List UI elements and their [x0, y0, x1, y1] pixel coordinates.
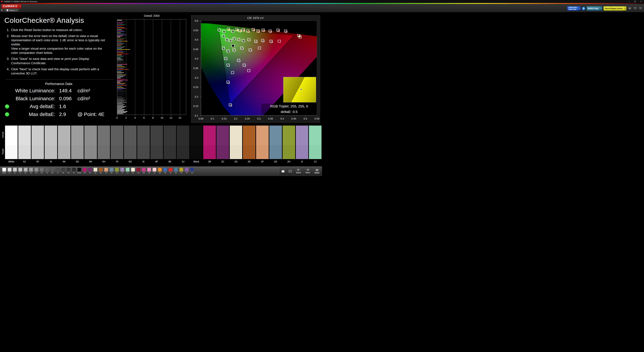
- deltae-error-bar[interactable]: [117, 52, 124, 53]
- deltae-error-bar[interactable]: [117, 104, 125, 104]
- deltae-error-bar[interactable]: [117, 108, 122, 109]
- patch-swatch-button[interactable]: 3D: [157, 167, 162, 174]
- deltae-error-bar[interactable]: [117, 48, 122, 49]
- deltae-error-bar[interactable]: [117, 32, 121, 33]
- deltae-error-bar[interactable]: [117, 74, 122, 74]
- deltae-error-bar[interactable]: [117, 91, 126, 92]
- deltae-error-bar[interactable]: [117, 78, 121, 78]
- patch-swatch-button[interactable]: 6K: [23, 167, 28, 174]
- deltae-error-bar[interactable]: [117, 70, 122, 71]
- tab-history-1[interactable]: History 1: [4, 8, 19, 12]
- deltae-error-bar[interactable]: [117, 84, 124, 84]
- patch-swatch-button[interactable]: 2G: [109, 167, 114, 174]
- patch-swatch-button[interactable]: 2F: [104, 167, 109, 174]
- deltae-error-bar[interactable]: [117, 50, 122, 51]
- patch-swatch-button[interactable]: 2J: [125, 167, 130, 174]
- deltae-error-bar[interactable]: [117, 39, 124, 39]
- deltae-error-bar[interactable]: [117, 90, 124, 91]
- patch-swatch-button[interactable]: 6I: [18, 167, 23, 174]
- deltae-error-bar[interactable]: [117, 111, 128, 112]
- deltae-error-bar[interactable]: [117, 82, 120, 82]
- deltae-error-bar[interactable]: [117, 33, 124, 34]
- patch-swatch-button[interactable]: 5I: [55, 167, 60, 174]
- deltae-error-bar[interactable]: [117, 31, 125, 32]
- deltae-error-bar[interactable]: [117, 112, 126, 113]
- deltae-error-bar[interactable]: [117, 58, 121, 58]
- patch-swatch-button[interactable]: 6H: [34, 167, 39, 174]
- deltae-error-bar[interactable]: [117, 24, 125, 25]
- layout-nav-button[interactable]: ▶: [1, 9, 4, 11]
- deltae-error-bar[interactable]: [117, 67, 126, 68]
- deltae-error-bar[interactable]: [117, 30, 123, 31]
- deltae-error-bar[interactable]: [117, 99, 123, 99]
- patch-swatch-button[interactable]: 2L: [136, 167, 141, 174]
- patch-swatch-button[interactable]: 2H: [114, 167, 120, 174]
- deltae-error-bar[interactable]: [117, 38, 126, 38]
- deltae-error-bar[interactable]: [117, 43, 124, 43]
- deltae-error-bar[interactable]: [117, 21, 126, 21]
- patch-swatch-button[interactable]: Black: [77, 167, 82, 174]
- deltae-error-bar[interactable]: [117, 42, 122, 42]
- deltae-error-bar[interactable]: [117, 69, 129, 70]
- deltae-error-bar[interactable]: [117, 49, 130, 50]
- patch-swatch-button[interactable]: 5H: [39, 167, 44, 174]
- deltae-error-bar[interactable]: [117, 100, 126, 100]
- save-button[interactable]: SAVE: [312, 167, 321, 175]
- patch-swatch-button[interactable]: 6J: [7, 167, 12, 174]
- patch-swatch-button[interactable]: 2K: [130, 167, 136, 174]
- back-button[interactable]: Back: [294, 167, 303, 175]
- deltae-error-bar[interactable]: [117, 40, 122, 40]
- measured-point[interactable]: [243, 29, 245, 31]
- deltae-error-bar[interactable]: [117, 26, 121, 27]
- patch-swatch-button[interactable]: 2E: [98, 167, 103, 174]
- deltae-error-bar[interactable]: [117, 51, 125, 52]
- deltae-error-bar[interactable]: [117, 65, 122, 65]
- patch-swatch-button[interactable]: White: [2, 167, 7, 174]
- deltae-error-bar[interactable]: [117, 96, 122, 97]
- patch-swatch-button[interactable]: 3I: [184, 167, 189, 174]
- deltae-error-bar[interactable]: [117, 87, 124, 88]
- deltae-error-bar[interactable]: [117, 45, 121, 45]
- patch-swatch-button[interactable]: 2I: [120, 167, 125, 174]
- deltae-error-bar[interactable]: [117, 93, 125, 94]
- patch-swatch-button[interactable]: 6F: [61, 167, 66, 174]
- display-preview-button[interactable]: [287, 167, 294, 175]
- deltae-error-bar[interactable]: [117, 77, 123, 77]
- patch-swatch-button[interactable]: 7K: [44, 167, 50, 174]
- cie-diagram[interactable]: [201, 21, 317, 115]
- deltae-error-bar[interactable]: [117, 98, 125, 98]
- deltae-error-bar[interactable]: [117, 81, 122, 81]
- patch-swatch-button[interactable]: 3J: [190, 167, 194, 174]
- deltae-error-bar[interactable]: [117, 22, 124, 23]
- deltae-error-bar[interactable]: [117, 54, 128, 54]
- deltae-error-bar[interactable]: [117, 44, 123, 44]
- deltae-error-bar[interactable]: [117, 37, 120, 37]
- deltae-error-bar[interactable]: [117, 79, 124, 79]
- logo-menu-caret-icon[interactable]: ▼: [19, 4, 21, 9]
- patch-swatch-button[interactable]: 2C: [88, 167, 92, 174]
- deltae-error-bar[interactable]: [117, 85, 126, 85]
- deltae-error-bar[interactable]: [117, 46, 125, 47]
- deltae-error-bar[interactable]: [117, 64, 127, 64]
- patch-swatch-button[interactable]: 3F: [168, 167, 173, 174]
- patch-swatch-button[interactable]: 3H: [179, 167, 184, 174]
- patch-swatch-button[interactable]: 2B: [82, 167, 87, 174]
- deltae-error-bar[interactable]: [117, 25, 124, 26]
- deltae-error-bar[interactable]: [117, 76, 125, 76]
- deltae-error-bar[interactable]: [117, 29, 122, 30]
- deltae-error-bar[interactable]: [117, 20, 122, 20]
- deltae-error-bar[interactable]: [117, 27, 124, 28]
- deltae-error-bar[interactable]: [117, 35, 126, 35]
- deltae-error-bar[interactable]: [117, 80, 128, 80]
- deltae-error-bar[interactable]: [117, 59, 122, 59]
- deltae-error-bar[interactable]: [117, 102, 126, 102]
- deltae-error-bar[interactable]: [117, 47, 124, 48]
- deltae-error-bar[interactable]: [117, 110, 124, 111]
- deltae-error-bar[interactable]: [117, 56, 124, 56]
- patch-swatch-button[interactable]: 8K: [66, 167, 71, 174]
- patch-swatch-button[interactable]: 5F: [12, 167, 18, 174]
- deltae-error-bar[interactable]: [117, 61, 122, 61]
- deltae-error-bar[interactable]: [117, 57, 123, 57]
- pattern-window-button[interactable]: [280, 167, 286, 175]
- deltae-error-bar[interactable]: [117, 94, 124, 95]
